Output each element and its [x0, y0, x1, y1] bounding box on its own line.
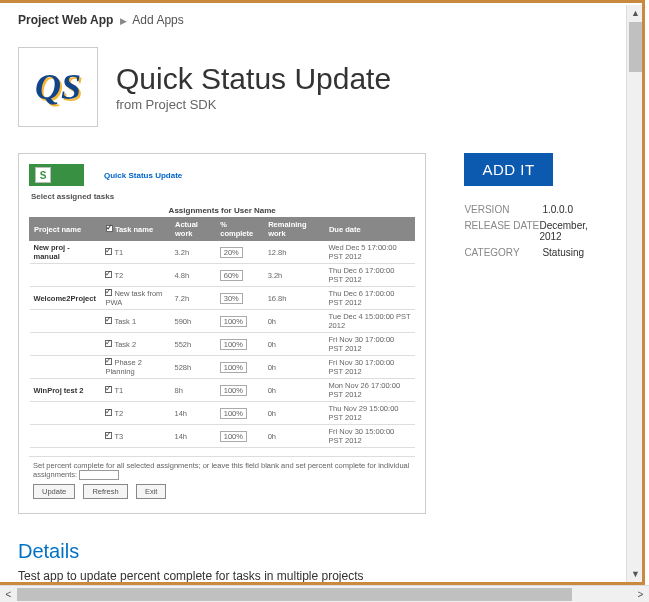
- app-publisher: from Project SDK: [116, 97, 391, 112]
- table-row: Task 2552h100%0hFri Nov 30 17:00:00 PST …: [30, 333, 415, 356]
- scrollbar-thumb[interactable]: [17, 588, 572, 601]
- table-row: T24.8h60%3.2hThu Dec 6 17:00:00 PST 2012: [30, 264, 415, 287]
- preview-refresh-button: Refresh: [83, 484, 127, 499]
- preview-update-button: Update: [33, 484, 75, 499]
- col-task-name: Task name: [101, 218, 170, 241]
- preview-percent-input: [79, 470, 119, 480]
- details-heading: Details: [18, 540, 610, 563]
- col-remaining-work: Remaining work: [264, 218, 325, 241]
- meta-release-label: RELEASE DATE: [464, 220, 539, 242]
- chevron-right-icon: ▶: [120, 16, 127, 26]
- meta-release-value: December, 2012: [539, 220, 610, 242]
- scroll-up-icon[interactable]: ▲: [627, 5, 644, 22]
- table-row: Welcome2ProjectNew task from PWA7.2h30%1…: [30, 287, 415, 310]
- page-title: Quick Status Update: [116, 62, 391, 95]
- col-percent-complete: % complete: [216, 218, 264, 241]
- table-row: New proj - manualT13.2h20%12.8hWed Dec 5…: [30, 241, 415, 264]
- screenshot-preview[interactable]: S Quick Status Update Select assigned ta…: [18, 153, 426, 514]
- add-it-button[interactable]: ADD IT: [464, 153, 552, 186]
- preview-table: Project name Task name Actual work % com…: [29, 217, 415, 448]
- scroll-down-icon[interactable]: ▼: [627, 566, 644, 583]
- meta-version-label: VERSION: [464, 204, 542, 215]
- scroll-left-icon[interactable]: <: [0, 586, 17, 602]
- details-text: Test app to update percent complete for …: [18, 569, 610, 583]
- table-row: T214h100%0hThu Nov 29 15:00:00 PST 2012: [30, 402, 415, 425]
- breadcrumb-current: Add Apps: [132, 13, 183, 27]
- app-logo: QS: [18, 47, 98, 127]
- horizontal-scrollbar[interactable]: < >: [0, 585, 649, 602]
- meta-category-value: Statusing: [542, 247, 584, 258]
- preview-table-title: Assignments for User Name: [29, 204, 415, 217]
- meta-category-label: CATEGORY: [464, 247, 542, 258]
- table-row: Phase 2 Planning528h100%0hFri Nov 30 17:…: [30, 356, 415, 379]
- preview-select-label: Select assigned tasks: [31, 192, 415, 201]
- scrollbar-thumb[interactable]: [629, 22, 642, 72]
- breadcrumb-root-link[interactable]: Project Web App: [18, 13, 113, 27]
- col-due-date: Due date: [324, 218, 414, 241]
- scroll-right-icon[interactable]: >: [632, 586, 649, 602]
- meta-version-value: 1.0.0.0: [542, 204, 573, 215]
- col-project-name: Project name: [30, 218, 102, 241]
- sharepoint-icon: S: [29, 164, 84, 186]
- table-row: Task 1590h100%0hTue Dec 4 15:00:00 PST 2…: [30, 310, 415, 333]
- breadcrumb: Project Web App ▶ Add Apps: [18, 13, 610, 27]
- table-row: WinProj test 2T18h100%0hMon Nov 26 17:00…: [30, 379, 415, 402]
- preview-exit-button: Exit: [136, 484, 167, 499]
- vertical-scrollbar[interactable]: ▲ ▼: [626, 5, 643, 583]
- preview-title-link: Quick Status Update: [104, 171, 182, 180]
- table-row: T314h100%0hFri Nov 30 15:00:00 PST 2012: [30, 425, 415, 448]
- col-actual-work: Actual work: [170, 218, 215, 241]
